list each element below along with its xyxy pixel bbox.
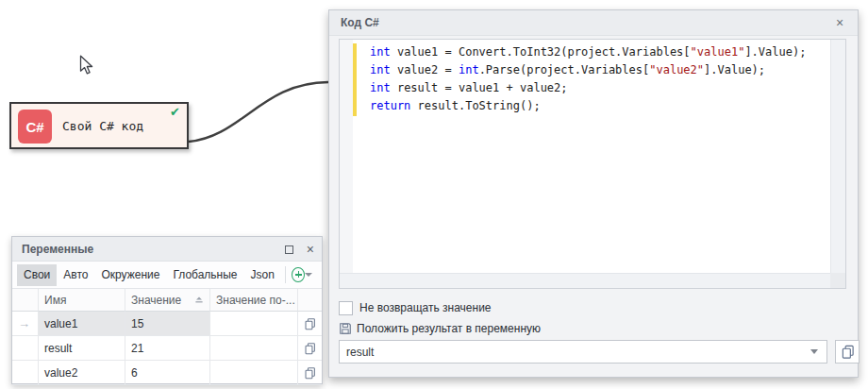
tab-auto-variables[interactable]: Авто <box>57 264 94 286</box>
editor-changed-lines-bar <box>353 43 357 116</box>
table-row[interactable]: result 21 <box>12 336 322 361</box>
code-token: value2 = <box>391 63 459 76</box>
mouse-cursor-icon <box>79 55 94 76</box>
code-token: int <box>370 63 391 76</box>
editor-vertical-scrollbar[interactable] <box>830 40 845 273</box>
table-row[interactable]: value2 6 <box>12 361 322 385</box>
row-focus-cell <box>12 336 39 361</box>
code-line: int result = value1 + value2; <box>370 79 826 97</box>
variable-default-cell[interactable] <box>210 336 298 361</box>
row-focus-cell <box>12 361 39 385</box>
copy-pages-icon <box>304 342 316 355</box>
tab-own-variables[interactable]: Свои <box>17 264 57 286</box>
code-token: int <box>370 45 391 59</box>
editor-code-area[interactable]: int value1 = Convert.ToInt32(project.Var… <box>370 43 826 115</box>
variable-value-cell[interactable]: 21 <box>125 336 210 361</box>
variables-panel: Переменные × Свои Авто Окружение Глобаль… <box>11 236 323 384</box>
code-token: ].Value); <box>744 45 806 59</box>
activity-node-label: Свой C# код <box>62 104 143 147</box>
code-token: .Parse(project.Variables[ <box>479 63 650 76</box>
variables-panel-close-icon[interactable]: × <box>307 243 314 256</box>
activity-node-csharp-code[interactable]: C# Свой C# код ✔ <box>9 102 189 149</box>
copy-pages-icon <box>841 345 855 359</box>
copy-variable-cell[interactable] <box>298 361 322 385</box>
editor-scrollbar-corner <box>830 273 845 288</box>
variable-value-cell[interactable]: 15 <box>125 312 210 336</box>
editor-gutter <box>340 40 353 273</box>
code-panel-titlebar: Код C# × <box>329 10 858 36</box>
store-result-label: Положить результат в переменную <box>357 322 541 335</box>
code-token: "value1" <box>691 45 745 59</box>
workflow-designer-canvas: C# Свой C# код ✔ Код C# × int value1 = C… <box>0 0 868 389</box>
node-valid-check-icon: ✔ <box>170 105 180 119</box>
variable-value-cell[interactable]: 6 <box>125 361 210 385</box>
no-return-value-label: Не возвращать значение <box>359 301 492 314</box>
sort-ascending-icon <box>194 296 204 305</box>
tab-json-variables[interactable]: Json <box>244 264 281 286</box>
header-value[interactable]: Значение <box>125 289 210 312</box>
code-token: result.ToString(); <box>410 99 540 112</box>
code-token: return <box>370 99 410 112</box>
pick-variable-button[interactable] <box>835 340 860 364</box>
variable-name-cell[interactable]: value1 <box>39 312 125 336</box>
row-focus-cell: → <box>12 312 39 336</box>
header-default-value[interactable]: Значение по-... <box>210 289 298 312</box>
csharp-node-icon: C# <box>18 110 52 144</box>
copy-pages-icon <box>304 366 316 380</box>
header-indicator-cell <box>12 289 39 312</box>
code-token: value1 = Convert.ToInt32(project.Variabl… <box>391 45 691 59</box>
code-token: result = value1 + value2; <box>391 81 568 94</box>
variable-default-cell[interactable] <box>210 312 298 336</box>
result-variable-combobox[interactable]: result <box>339 340 827 364</box>
table-row[interactable]: → value1 15 <box>12 312 322 336</box>
header-name[interactable]: Имя <box>39 289 125 312</box>
variables-tab-bar: Свои Авто Окружение Глобальные Json <box>12 262 322 289</box>
code-line: int value2 = int.Parse(project.Variables… <box>370 61 826 79</box>
code-line: return result.ToString(); <box>370 97 826 115</box>
chevron-down-icon[interactable] <box>810 349 818 354</box>
variables-panel-titlebar[interactable]: Переменные × <box>12 237 322 262</box>
no-return-value-checkbox[interactable] <box>339 301 353 315</box>
code-line: int value1 = Convert.ToInt32(project.Var… <box>370 43 826 61</box>
editor-horizontal-scrollbar[interactable] <box>340 273 830 288</box>
header-actions-cell <box>298 289 322 312</box>
row-focus-arrow-icon: → <box>18 316 30 330</box>
result-variable-value: result <box>346 346 810 359</box>
variable-name-cell[interactable]: value2 <box>39 361 125 385</box>
maximize-icon[interactable] <box>285 245 293 254</box>
code-token: ].Value); <box>704 63 765 76</box>
code-panel-title: Код C# <box>341 16 379 29</box>
add-variable-icon[interactable] <box>292 267 305 282</box>
store-result-row: Положить результат в переменную <box>339 321 541 336</box>
copy-variable-cell[interactable] <box>298 312 322 336</box>
csharp-code-panel: Код C# × int value1 = Convert.ToInt32(pr… <box>328 9 859 378</box>
code-panel-close-icon[interactable]: × <box>831 14 848 31</box>
variables-table: Имя Значение Значение по-... → value1 15 <box>12 289 322 383</box>
tab-separator <box>285 266 286 283</box>
code-token: int <box>370 81 391 94</box>
tab-global-variables[interactable]: Глобальные <box>166 264 243 286</box>
copy-variable-cell[interactable] <box>298 336 322 361</box>
save-icon <box>339 322 352 335</box>
tab-environment-variables[interactable]: Окружение <box>94 264 166 286</box>
variables-table-header: Имя Значение Значение по-... <box>12 289 322 312</box>
chevron-down-icon[interactable] <box>305 273 312 277</box>
result-variable-row: result <box>339 340 848 364</box>
variable-name-cell[interactable]: result <box>39 336 125 361</box>
variables-panel-title: Переменные <box>22 243 93 256</box>
variable-default-cell[interactable] <box>210 361 298 385</box>
header-value-label: Значение <box>131 294 181 307</box>
copy-pages-icon <box>304 317 316 330</box>
no-return-value-row: Не возвращать значение <box>339 299 492 316</box>
code-editor[interactable]: int value1 = Convert.ToInt32(project.Var… <box>339 39 846 289</box>
code-token: int <box>459 63 479 76</box>
code-token: "value2" <box>649 63 704 76</box>
